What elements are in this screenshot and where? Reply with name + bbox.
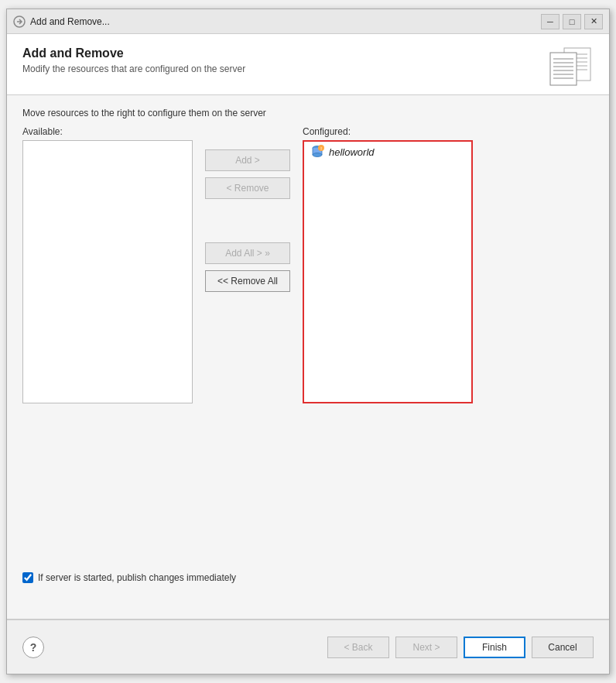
next-button[interactable]: Next >: [395, 637, 457, 658]
header-area: Add and Remove Modify the resources that…: [7, 34, 609, 95]
svg-point-16: [313, 153, 322, 157]
checkbox-row: If server is started, publish changes im…: [22, 572, 594, 583]
header-text: Add and Remove Modify the resources that…: [22, 46, 245, 74]
configured-item-name: helloworld: [329, 146, 375, 158]
page-description: Modify the resources that are configured…: [22, 63, 245, 74]
instruction-text: Move resources to the right to configure…: [22, 108, 594, 118]
checkbox-label: If server is started, publish changes im…: [38, 572, 236, 583]
database-icon: !: [310, 145, 324, 159]
maximize-button[interactable]: □: [563, 14, 581, 29]
help-button[interactable]: ?: [22, 637, 44, 658]
main-window: Add and Remove... ─ □ ✕ Add and Remove M…: [6, 9, 610, 674]
available-label: Available:: [22, 126, 193, 137]
svg-rect-7: [550, 53, 577, 85]
content-area: Move resources to the right to configure…: [7, 95, 609, 595]
list-item[interactable]: ! helloworld: [304, 142, 471, 162]
cancel-button[interactable]: Cancel: [532, 637, 594, 658]
server-graphic: [547, 46, 594, 87]
header-icon: [547, 46, 594, 85]
title-bar: Add and Remove... ─ □ ✕: [7, 9, 609, 34]
footer-area: ? < Back Next > Finish Cancel: [7, 620, 609, 674]
transfer-buttons: Add > < Remove Add All > » << Remove All: [193, 126, 303, 292]
finish-button[interactable]: Finish: [464, 637, 525, 658]
back-button[interactable]: < Back: [327, 637, 389, 658]
window-controls: ─ □ ✕: [541, 14, 603, 29]
add-button[interactable]: Add >: [205, 149, 290, 171]
add-all-button[interactable]: Add All > »: [205, 242, 290, 264]
window-icon: [13, 15, 26, 28]
available-list[interactable]: [22, 140, 193, 403]
lists-container: Available: Add > < Remove Add All > » <<…: [22, 126, 594, 560]
configured-label: Configured:: [303, 126, 473, 137]
close-button[interactable]: ✕: [584, 14, 603, 29]
remove-button[interactable]: < Remove: [205, 177, 290, 199]
configured-section: Configured:: [303, 126, 473, 403]
configured-list[interactable]: ! helloworld: [303, 140, 473, 403]
remove-all-button[interactable]: << Remove All: [205, 270, 290, 292]
minimize-button[interactable]: ─: [541, 14, 560, 29]
available-section: Available:: [22, 126, 193, 403]
publish-checkbox[interactable]: [22, 572, 33, 583]
window-title: Add and Remove...: [30, 16, 541, 27]
page-title: Add and Remove: [22, 46, 245, 60]
